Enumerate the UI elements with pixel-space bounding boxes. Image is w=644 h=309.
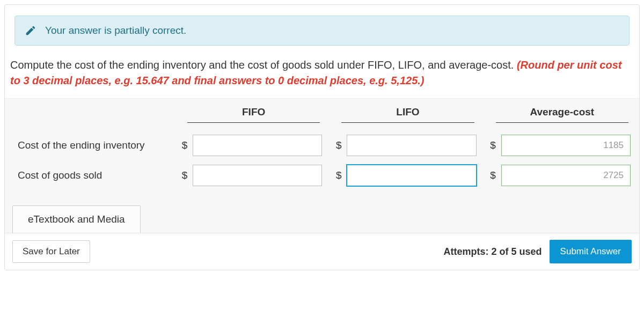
col-underline: [496, 122, 628, 123]
cell-ending-lifo: $: [331, 130, 485, 160]
save-for-later-button[interactable]: Save for Later: [12, 240, 90, 263]
currency-symbol: $: [335, 170, 342, 181]
value-ending-avg: 1185: [501, 135, 631, 156]
cell-cogs-lifo: $: [331, 160, 485, 190]
currency-symbol: $: [335, 139, 342, 151]
row-label-cogs: Cost of goods sold: [5, 162, 177, 189]
row-label-ending: Cost of the ending inventory: [5, 132, 177, 159]
cell-cogs-avg: $ 2725: [485, 160, 639, 190]
currency-symbol: $: [489, 170, 497, 181]
col-header-fifo: FIFO: [177, 99, 331, 130]
answer-grid: FIFO LIFO Average-cost Cost of the endin…: [5, 99, 639, 190]
submit-answer-button[interactable]: Submit Answer: [550, 240, 632, 263]
col-header-avg-label: Average-cost: [530, 106, 594, 117]
feedback-text: Your answer is partially correct.: [45, 25, 186, 36]
header-spacer: [5, 107, 177, 122]
col-header-fifo-label: FIFO: [242, 106, 265, 117]
attempts-text: Attempts: 2 of 5 used: [444, 246, 542, 258]
cell-ending-avg: $ 1185: [485, 130, 639, 160]
resources-row: eTextbook and Media: [5, 190, 639, 233]
feedback-alert: Your answer is partially correct.: [14, 16, 630, 46]
cell-cogs-fifo: $: [177, 160, 331, 190]
cell-ending-fifo: $: [177, 130, 331, 160]
input-cogs-lifo[interactable]: [347, 165, 476, 186]
question-main: Compute the cost of the ending inventory…: [10, 59, 517, 71]
currency-symbol: $: [181, 139, 188, 151]
input-cogs-fifo[interactable]: [193, 165, 322, 186]
answer-area: FIFO LIFO Average-cost Cost of the endin…: [5, 98, 639, 233]
col-header-avg: Average-cost: [485, 99, 639, 130]
currency-symbol: $: [181, 170, 188, 181]
currency-symbol: $: [489, 139, 497, 151]
col-header-lifo-label: LIFO: [396, 106, 419, 117]
col-header-lifo: LIFO: [331, 99, 485, 130]
value-cogs-avg: 2725: [501, 165, 631, 186]
col-underline: [187, 122, 320, 123]
col-underline: [341, 122, 474, 123]
input-ending-lifo[interactable]: [347, 135, 476, 156]
pencil-icon: [25, 25, 36, 36]
input-ending-fifo[interactable]: [193, 135, 322, 156]
etextbook-button[interactable]: eTextbook and Media: [12, 205, 141, 233]
question-text: Compute the cost of the ending inventory…: [5, 57, 639, 98]
footer-right: Attempts: 2 of 5 used Submit Answer: [444, 240, 632, 263]
footer-bar: Save for Later Attempts: 2 of 5 used Sub…: [5, 233, 639, 270]
question-card: Your answer is partially correct. Comput…: [4, 4, 640, 270]
